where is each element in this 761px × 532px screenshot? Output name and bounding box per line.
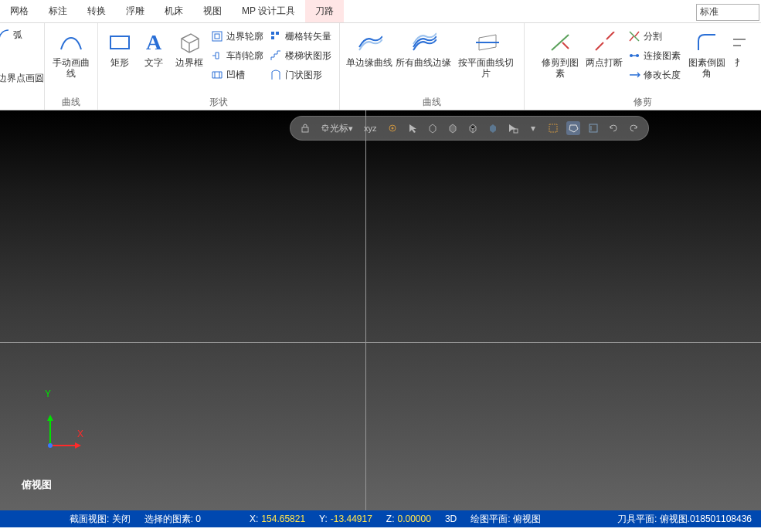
- polygon-select-icon[interactable]: [566, 121, 580, 135]
- lasso-select-icon[interactable]: [586, 121, 600, 135]
- more-icon: [726, 29, 753, 56]
- ribbon: 弧 边界点画圆 手动画曲线 曲线 矩形 A 文字: [0, 23, 761, 110]
- status-y: Y: -13.44917: [319, 513, 372, 524]
- all-edge-label: 所有曲线边缘: [396, 57, 451, 79]
- manual-curve-label: 手动画曲线: [51, 57, 91, 79]
- single-edge-label: 单边缘曲线: [346, 57, 392, 79]
- group-trim-label: 修剪: [634, 94, 652, 110]
- status-selected: 选择的图素: 0: [144, 513, 201, 526]
- text-button[interactable]: A 文字: [137, 26, 171, 82]
- fillet-label: 图素倒圆角: [685, 57, 729, 79]
- lock-icon[interactable]: [298, 121, 312, 135]
- groove-label: 凹槽: [226, 69, 245, 82]
- break-label: 两点打断: [586, 57, 623, 79]
- group-shape: 矩形 A 文字 边界框 边界轮廓 车削轮廓 凹槽 栅格转矢量 楼梯状图形 门状图…: [98, 23, 340, 110]
- arc-button[interactable]: 弧: [0, 26, 25, 43]
- svg-rect-0: [110, 36, 129, 49]
- turning-contour-label: 车削轮廓: [226, 49, 263, 63]
- solids4-icon[interactable]: [486, 121, 500, 135]
- turning-contour-button[interactable]: 车削轮廓: [208, 47, 267, 64]
- group-curve: 手动画曲线 曲线: [45, 23, 98, 110]
- rectangle-label: 矩形: [110, 57, 129, 79]
- status-right: 刀具平面: 俯视图.018501108436: [617, 513, 752, 526]
- single-edge-icon: [356, 29, 382, 56]
- curve-icon: [58, 29, 84, 56]
- boundary-circle-button[interactable]: 边界点画圆: [0, 69, 47, 86]
- status-z-val: 0.00000: [398, 513, 431, 524]
- crosshair-vertical: [365, 110, 366, 510]
- xyz-button[interactable]: xyz: [362, 121, 379, 135]
- svg-rect-4: [276, 32, 279, 35]
- solids3-icon[interactable]: [466, 121, 480, 135]
- arc-label: 弧: [13, 29, 22, 42]
- door-icon: [270, 69, 282, 81]
- status-section-view[interactable]: 截面视图: 关闭: [70, 513, 131, 526]
- modify-length-button[interactable]: 修改长度: [625, 66, 684, 83]
- status-plane[interactable]: 绘图平面: 俯视图: [471, 513, 541, 526]
- rotate-icon[interactable]: [606, 121, 620, 135]
- undo-icon[interactable]: [627, 121, 640, 135]
- join-label: 连接图素: [644, 49, 681, 63]
- floating-toolbar: ⯐ 光标 ▾ xyz ▾: [290, 116, 649, 141]
- rectangle-icon: [107, 29, 133, 56]
- svg-marker-15: [47, 415, 53, 421]
- svg-point-18: [48, 443, 53, 448]
- join-icon: [628, 49, 640, 62]
- more-button[interactable]: 扌: [730, 26, 749, 82]
- rectangle-button[interactable]: 矩形: [103, 26, 137, 82]
- solids-icon[interactable]: [426, 121, 440, 135]
- group-trim: 修剪到图素 两点打断 分割 连接图素 修改长度 图素倒圆角 扌 修剪: [525, 23, 761, 110]
- window-select-icon[interactable]: [546, 121, 560, 135]
- status-mode[interactable]: 3D: [445, 513, 457, 524]
- tab-emboss[interactable]: 浮雕: [116, 0, 155, 22]
- groove-button[interactable]: 凹槽: [208, 66, 267, 83]
- tab-machine[interactable]: 机床: [155, 0, 193, 22]
- trim-to-entity-button[interactable]: 修剪到图素: [537, 26, 583, 82]
- tab-mp-design[interactable]: MP 设计工具: [232, 0, 305, 22]
- bottom-strip: [0, 527, 761, 532]
- tab-annotate[interactable]: 标注: [39, 0, 77, 22]
- join-button[interactable]: 连接图素: [625, 47, 684, 64]
- status-x-val: 154.65821: [261, 513, 305, 524]
- svg-rect-3: [271, 32, 274, 35]
- text-label: 文字: [144, 57, 163, 79]
- svg-rect-11: [514, 129, 518, 133]
- stair-shape-button[interactable]: 楼梯状图形: [267, 47, 335, 64]
- bounding-box-button[interactable]: 边界框: [171, 26, 208, 82]
- all-edge-icon: [410, 29, 437, 56]
- fillet-button[interactable]: 图素倒圆角: [684, 26, 730, 82]
- planar-slice-button[interactable]: 按平面曲线切片: [453, 26, 519, 82]
- viewport[interactable]: ⯐ 光标 ▾ xyz ▾ X Y 俯视图: [0, 110, 761, 510]
- split-icon: [628, 30, 640, 42]
- select-icon[interactable]: [506, 121, 520, 135]
- cursor-mode-button[interactable]: ⯐ 光标 ▾: [318, 121, 355, 135]
- boundary-contour-button[interactable]: 边界轮廓: [208, 28, 267, 45]
- raster-icon: [270, 30, 282, 42]
- axis-x-label: X: [77, 429, 83, 439]
- tab-mesh[interactable]: 网格: [0, 0, 39, 22]
- group-curve2-label: 曲线: [423, 94, 441, 110]
- text-icon: A: [141, 29, 167, 56]
- svg-point-6: [630, 54, 633, 57]
- split-button[interactable]: 分割: [625, 28, 684, 45]
- single-edge-curve-button[interactable]: 单边缘曲线: [345, 26, 394, 82]
- manual-curve-button[interactable]: 手动画曲线: [49, 26, 93, 82]
- group-shape-label: 形状: [209, 94, 228, 110]
- door-shape-button[interactable]: 门状图形: [267, 66, 335, 83]
- tab-view[interactable]: 视图: [193, 0, 232, 22]
- group-curve2: 单边缘曲线 所有曲线边缘 按平面曲线切片 曲线: [340, 23, 525, 110]
- solids2-icon[interactable]: [446, 121, 460, 135]
- break-two-button[interactable]: 两点打断: [583, 26, 625, 82]
- raster-to-vector-button[interactable]: 栅格转矢量: [267, 28, 335, 45]
- tab-transform[interactable]: 转换: [77, 0, 116, 22]
- boundary-contour-icon: [211, 30, 223, 42]
- tab-toolpath[interactable]: 刀路: [305, 0, 344, 22]
- svg-rect-12: [549, 124, 557, 132]
- door-label: 门状图形: [285, 69, 322, 82]
- length-label: 修改长度: [644, 69, 681, 82]
- gear-icon[interactable]: [386, 121, 399, 135]
- search-input[interactable]: [696, 4, 759, 21]
- all-edge-curve-button[interactable]: 所有曲线边缘: [394, 26, 453, 82]
- pointer-icon[interactable]: [406, 121, 420, 135]
- group-arc: 弧 边界点画圆: [0, 23, 45, 110]
